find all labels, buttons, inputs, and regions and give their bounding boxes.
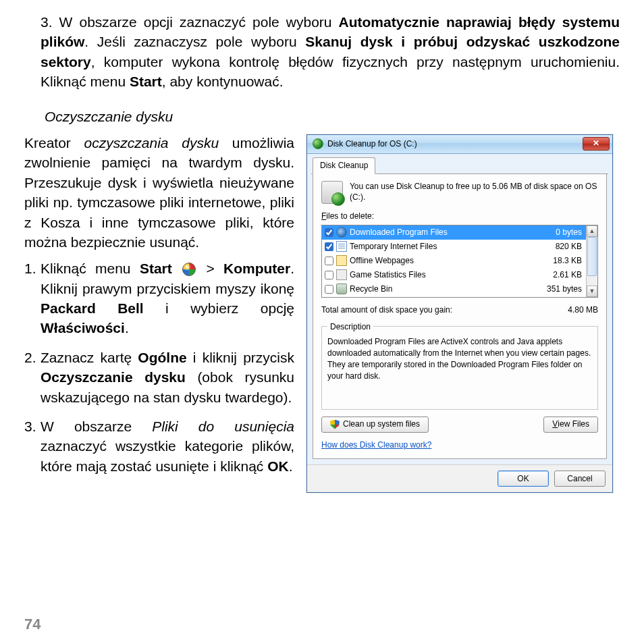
subheading: Oczyszczanie dysku xyxy=(45,107,620,126)
drive-icon xyxy=(321,181,343,204)
app-icon xyxy=(313,138,323,149)
file-name: Recycle Bin xyxy=(350,284,537,295)
file-row[interactable]: Recycle Bin351 bytes xyxy=(322,282,586,296)
list-item-2: 2.Zaznacz kartę Ogólne i kliknij przycis… xyxy=(41,348,294,407)
files-to-delete-label: Files to delete: xyxy=(321,211,598,222)
file-size: 0 bytes xyxy=(537,227,582,238)
scroll-down-button[interactable]: ▼ xyxy=(587,286,597,297)
cleanup-summary-text: You can use Disk Cleanup to free up to 5… xyxy=(350,181,598,204)
file-name: Offline Webpages xyxy=(350,255,537,267)
view-files-button[interactable]: View Files xyxy=(543,417,598,433)
shield-icon xyxy=(330,420,340,429)
file-name: Temporary Internet Files xyxy=(350,241,537,252)
file-size: 820 KB xyxy=(537,241,582,252)
file-checkbox[interactable] xyxy=(325,285,333,294)
paragraph-step3: 3. W obszarze opcji zaznaczyć pole wybor… xyxy=(41,12,620,92)
scroll-up-button[interactable]: ▲ xyxy=(587,225,597,237)
help-link[interactable]: How does Disk Cleanup work? xyxy=(321,439,431,451)
ok-button[interactable]: OK xyxy=(498,471,549,487)
file-size: 18.3 KB xyxy=(537,255,582,267)
file-row[interactable]: Downloaded Program Files0 bytes xyxy=(322,225,586,240)
file-type-icon xyxy=(336,227,347,238)
left-column: Kreator oczyszczania dysku umożliwia zwo… xyxy=(24,133,294,493)
description-legend: Description xyxy=(327,321,373,333)
file-checkbox[interactable] xyxy=(325,257,333,265)
page-number: 74 xyxy=(24,616,41,633)
file-name: Game Statistics Files xyxy=(350,269,537,281)
scroll-thumb[interactable] xyxy=(587,237,597,276)
titlebar[interactable]: Disk Cleanup for OS (C:) ✕ xyxy=(307,135,612,154)
file-checkbox[interactable] xyxy=(325,271,333,279)
cancel-button[interactable]: Cancel xyxy=(554,471,606,487)
intro-paragraph: Kreator oczyszczania dysku umożliwia zwo… xyxy=(24,133,294,252)
list-item-3: 3.W obszarze Pliki do usunięcia zaznaczy… xyxy=(41,417,294,476)
disk-cleanup-dialog: Disk Cleanup for OS (C:) ✕ Disk Cleanup … xyxy=(306,134,613,493)
file-type-icon xyxy=(336,255,347,266)
file-type-icon xyxy=(336,241,347,252)
file-row[interactable]: Temporary Internet Files820 KB xyxy=(322,240,586,254)
total-label: Total amount of disk space you gain: xyxy=(321,304,452,316)
file-checkbox[interactable] xyxy=(325,242,333,251)
document-body: 3. W obszarze opcji zaznaczyć pole wybor… xyxy=(24,12,620,493)
window-title: Disk Cleanup for OS (C:) xyxy=(327,138,417,150)
file-type-icon xyxy=(336,269,347,280)
tab-disk-cleanup[interactable]: Disk Cleanup xyxy=(313,157,375,174)
file-name: Downloaded Program Files xyxy=(350,227,537,238)
files-listbox[interactable]: Downloaded Program Files0 bytesTemporary… xyxy=(321,225,598,298)
total-value: 4.80 MB xyxy=(568,304,598,316)
description-text: Downloaded Program Files are ActiveX con… xyxy=(327,336,592,381)
file-size: 2.61 KB xyxy=(537,269,582,281)
close-button[interactable]: ✕ xyxy=(583,137,610,151)
file-size: 351 bytes xyxy=(537,284,582,295)
file-type-icon xyxy=(336,284,347,294)
file-checkbox[interactable] xyxy=(325,228,333,237)
file-row[interactable]: Game Statistics Files2.61 KB xyxy=(322,268,586,282)
list-item-1: 1.Kliknąć menu Start > Komputer. Kliknij… xyxy=(41,259,294,338)
description-group: Description Downloaded Program Files are… xyxy=(321,321,598,410)
list-number: 3. xyxy=(41,14,53,30)
cleanup-system-files-button[interactable]: Clean up system files xyxy=(321,417,429,433)
tabstrip: Disk Cleanup xyxy=(311,158,608,174)
file-row[interactable]: Offline Webpages18.3 KB xyxy=(322,254,586,268)
scrollbar[interactable]: ▲ ▼ xyxy=(586,225,597,297)
windows-orb-icon xyxy=(182,263,196,276)
